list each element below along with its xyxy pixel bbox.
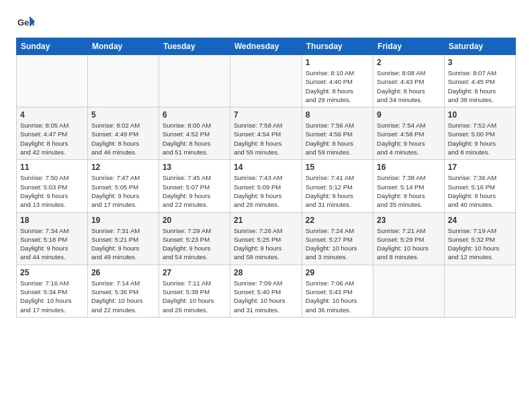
day-number: 15 [306, 163, 369, 172]
calendar-cell: 16Sunrise: 7:38 AM Sunset: 5:14 PM Dayli… [373, 160, 445, 212]
col-header-sunday: Sunday [17, 38, 88, 55]
day-number: 12 [91, 163, 155, 172]
day-info: Sunrise: 7:26 AM Sunset: 5:25 PM Dayligh… [234, 226, 298, 262]
calendar-week-row: 11Sunrise: 7:50 AM Sunset: 5:03 PM Dayli… [17, 160, 516, 212]
calendar-cell: 29Sunrise: 7:06 AM Sunset: 5:43 PM Dayli… [302, 265, 373, 317]
day-number: 14 [234, 163, 298, 172]
day-info: Sunrise: 7:24 AM Sunset: 5:27 PM Dayligh… [306, 226, 369, 262]
calendar-cell: 1Sunrise: 8:10 AM Sunset: 4:40 PM Daylig… [302, 55, 373, 107]
calendar-week-row: 25Sunrise: 7:16 AM Sunset: 5:34 PM Dayli… [17, 265, 516, 317]
day-info: Sunrise: 7:06 AM Sunset: 5:43 PM Dayligh… [306, 279, 369, 314]
calendar-cell: 27Sunrise: 7:11 AM Sunset: 5:38 PM Dayli… [159, 265, 230, 317]
day-number: 11 [20, 163, 84, 172]
day-info: Sunrise: 7:45 AM Sunset: 5:07 PM Dayligh… [163, 173, 226, 209]
col-header-wednesday: Wednesday [230, 38, 302, 55]
day-number: 7 [234, 110, 298, 120]
day-info: Sunrise: 7:50 AM Sunset: 5:03 PM Dayligh… [20, 173, 84, 209]
calendar-cell [444, 265, 515, 317]
day-number: 25 [20, 268, 84, 277]
day-info: Sunrise: 7:34 AM Sunset: 5:18 PM Dayligh… [20, 226, 84, 262]
day-info: Sunrise: 7:56 AM Sunset: 4:56 PM Dayligh… [306, 121, 369, 156]
calendar-cell: 12Sunrise: 7:47 AM Sunset: 5:05 PM Dayli… [87, 160, 159, 212]
day-info: Sunrise: 7:38 AM Sunset: 5:14 PM Dayligh… [377, 173, 441, 209]
day-info: Sunrise: 7:36 AM Sunset: 5:16 PM Dayligh… [448, 173, 512, 209]
day-number: 2 [377, 58, 441, 67]
day-number: 5 [91, 110, 155, 120]
calendar-cell: 11Sunrise: 7:50 AM Sunset: 5:03 PM Dayli… [17, 160, 88, 212]
calendar-week-row: 1Sunrise: 8:10 AM Sunset: 4:40 PM Daylig… [17, 55, 516, 107]
calendar-week-row: 18Sunrise: 7:34 AM Sunset: 5:18 PM Dayli… [17, 212, 516, 265]
day-info: Sunrise: 7:41 AM Sunset: 5:12 PM Dayligh… [306, 173, 369, 209]
day-number: 20 [163, 216, 226, 225]
col-header-saturday: Saturday [444, 38, 515, 55]
day-info: Sunrise: 7:43 AM Sunset: 5:09 PM Dayligh… [234, 173, 298, 209]
day-info: Sunrise: 8:10 AM Sunset: 4:40 PM Dayligh… [306, 68, 369, 104]
calendar-table: SundayMondayTuesdayWednesdayThursdayFrid… [16, 38, 516, 318]
calendar-cell: 14Sunrise: 7:43 AM Sunset: 5:09 PM Dayli… [230, 160, 302, 212]
col-header-thursday: Thursday [302, 38, 373, 55]
day-info: Sunrise: 8:05 AM Sunset: 4:47 PM Dayligh… [20, 121, 84, 156]
calendar-cell: 8Sunrise: 7:56 AM Sunset: 4:56 PM Daylig… [302, 107, 373, 160]
day-number: 22 [306, 216, 369, 225]
day-number: 29 [306, 268, 369, 277]
calendar-cell: 17Sunrise: 7:36 AM Sunset: 5:16 PM Dayli… [444, 160, 515, 212]
logo-icon: Gen [16, 13, 35, 32]
day-info: Sunrise: 7:14 AM Sunset: 5:36 PM Dayligh… [91, 279, 155, 314]
day-number: 4 [20, 110, 84, 120]
day-number: 23 [377, 216, 441, 225]
day-number: 18 [20, 216, 84, 225]
day-number: 17 [448, 163, 512, 172]
logo: Gen [16, 13, 38, 32]
day-info: Sunrise: 8:00 AM Sunset: 4:52 PM Dayligh… [163, 121, 226, 156]
calendar-cell: 18Sunrise: 7:34 AM Sunset: 5:18 PM Dayli… [17, 212, 88, 265]
day-info: Sunrise: 7:47 AM Sunset: 5:05 PM Dayligh… [91, 173, 155, 209]
calendar-cell: 2Sunrise: 8:08 AM Sunset: 4:43 PM Daylig… [373, 55, 445, 107]
day-info: Sunrise: 8:02 AM Sunset: 4:49 PM Dayligh… [91, 121, 155, 156]
calendar-cell [373, 265, 445, 317]
calendar-cell: 28Sunrise: 7:09 AM Sunset: 5:40 PM Dayli… [230, 265, 302, 317]
calendar-cell: 21Sunrise: 7:26 AM Sunset: 5:25 PM Dayli… [230, 212, 302, 265]
day-info: Sunrise: 7:54 AM Sunset: 4:58 PM Dayligh… [377, 121, 441, 156]
day-number: 10 [448, 110, 512, 120]
calendar-cell: 7Sunrise: 7:58 AM Sunset: 4:54 PM Daylig… [230, 107, 302, 160]
calendar-cell: 23Sunrise: 7:21 AM Sunset: 5:29 PM Dayli… [373, 212, 445, 265]
day-number: 13 [163, 163, 226, 172]
day-info: Sunrise: 7:16 AM Sunset: 5:34 PM Dayligh… [20, 279, 84, 314]
day-number: 24 [448, 216, 512, 225]
day-number: 28 [234, 268, 298, 277]
calendar-cell: 9Sunrise: 7:54 AM Sunset: 4:58 PM Daylig… [373, 107, 445, 160]
day-info: Sunrise: 7:31 AM Sunset: 5:21 PM Dayligh… [91, 226, 155, 262]
col-header-tuesday: Tuesday [159, 38, 230, 55]
day-number: 8 [306, 110, 369, 120]
page-header: Gen [16, 13, 516, 32]
calendar-cell: 10Sunrise: 7:52 AM Sunset: 5:00 PM Dayli… [444, 107, 515, 160]
col-header-friday: Friday [373, 38, 445, 55]
day-info: Sunrise: 7:11 AM Sunset: 5:38 PM Dayligh… [163, 279, 226, 314]
calendar-cell: 6Sunrise: 8:00 AM Sunset: 4:52 PM Daylig… [159, 107, 230, 160]
calendar-cell: 15Sunrise: 7:41 AM Sunset: 5:12 PM Dayli… [302, 160, 373, 212]
day-info: Sunrise: 8:08 AM Sunset: 4:43 PM Dayligh… [377, 68, 441, 104]
day-number: 26 [91, 268, 155, 277]
day-number: 16 [377, 163, 441, 172]
day-info: Sunrise: 7:21 AM Sunset: 5:29 PM Dayligh… [377, 226, 441, 262]
calendar-cell: 19Sunrise: 7:31 AM Sunset: 5:21 PM Dayli… [87, 212, 159, 265]
day-info: Sunrise: 7:52 AM Sunset: 5:00 PM Dayligh… [448, 121, 512, 156]
day-info: Sunrise: 7:09 AM Sunset: 5:40 PM Dayligh… [234, 279, 298, 314]
calendar-cell [87, 55, 159, 107]
calendar-week-row: 4Sunrise: 8:05 AM Sunset: 4:47 PM Daylig… [17, 107, 516, 160]
day-number: 27 [163, 268, 226, 277]
calendar-cell: 25Sunrise: 7:16 AM Sunset: 5:34 PM Dayli… [17, 265, 88, 317]
day-number: 9 [377, 110, 441, 120]
calendar-cell: 24Sunrise: 7:19 AM Sunset: 5:32 PM Dayli… [444, 212, 515, 265]
day-info: Sunrise: 7:58 AM Sunset: 4:54 PM Dayligh… [234, 121, 298, 156]
day-number: 3 [448, 58, 512, 67]
calendar-cell [17, 55, 88, 107]
day-info: Sunrise: 7:29 AM Sunset: 5:23 PM Dayligh… [163, 226, 226, 262]
day-number: 1 [306, 58, 369, 67]
calendar-cell: 13Sunrise: 7:45 AM Sunset: 5:07 PM Dayli… [159, 160, 230, 212]
day-number: 19 [91, 216, 155, 225]
day-info: Sunrise: 7:19 AM Sunset: 5:32 PM Dayligh… [448, 226, 512, 262]
day-info: Sunrise: 8:07 AM Sunset: 4:45 PM Dayligh… [448, 68, 512, 104]
calendar-cell: 20Sunrise: 7:29 AM Sunset: 5:23 PM Dayli… [159, 212, 230, 265]
day-number: 21 [234, 216, 298, 225]
